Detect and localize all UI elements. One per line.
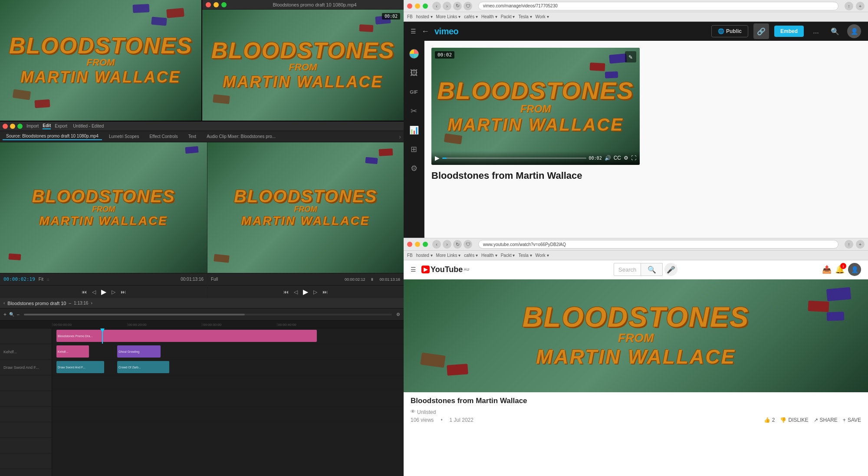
prog-back-btn[interactable]: ◁	[294, 289, 298, 295]
yt-max-btn[interactable]	[423, 242, 428, 247]
bookmark-cafes[interactable]: cafés ▾	[464, 14, 478, 19]
prev-frame-btn[interactable]: ⏮	[82, 289, 87, 295]
vimeo-url-bar[interactable]: vimeo.com/manage/videos/717705230	[478, 2, 838, 10]
yt-bookmark-fb[interactable]: FB	[407, 253, 413, 258]
youtube-video-player[interactable]: BLOODSTONES FROM MARTIN WALLACE ▶ ⏭ 🔊 0:…	[404, 279, 868, 392]
vimeo-play-ctrl[interactable]: ▶	[435, 154, 440, 161]
vimeo-cc-btn[interactable]: CC	[614, 155, 621, 161]
vimeo-shield-btn[interactable]: 🛡	[464, 2, 472, 10]
yt-bookmark-more[interactable]: More Links ▾	[436, 253, 461, 258]
effect-controls-tab[interactable]: Effect Controls	[146, 133, 181, 140]
vimeo-hamburger[interactable]: ☰	[411, 28, 416, 35]
vimeo-max-btn[interactable]	[423, 3, 428, 9]
vimeo-settings-ctrl[interactable]: ⚙	[624, 155, 628, 161]
sidebar-grid-icon[interactable]: ⊞	[406, 141, 422, 157]
yt-notifications-btn[interactable]: 🔔 1	[835, 265, 845, 274]
expand-icon[interactable]: ›	[399, 133, 401, 140]
playhead[interactable]	[102, 328, 103, 344]
yt-bookmark-cafes[interactable]: cafés ▾	[464, 253, 478, 258]
vimeo-link-btn[interactable]: 🔗	[753, 23, 769, 39]
yt-shield-nav[interactable]: 🛡	[464, 240, 472, 249]
yt-share-btn[interactable]: ↗ SHARE	[814, 417, 838, 423]
tl-nav-right[interactable]: ›	[91, 301, 92, 305]
yt-close-btn[interactable]	[407, 242, 412, 247]
max-btn-2[interactable]	[17, 124, 23, 129]
sidebar-color-icon[interactable]	[406, 46, 422, 62]
clip-crowd[interactable]: Crowd Of Zarb...	[117, 361, 169, 373]
yt-bookmark-hosted[interactable]: hosted ▾	[416, 253, 433, 258]
vimeo-back-btn[interactable]: ‹	[432, 2, 441, 10]
prog-fwd-btn[interactable]: ▷	[313, 289, 317, 295]
tl-add-btn[interactable]: +	[3, 312, 7, 318]
yt-mic-btn[interactable]: 🎤	[664, 263, 677, 276]
close-btn-2[interactable]	[3, 124, 8, 129]
clip-kehdf[interactable]: Kehdf...	[56, 345, 89, 358]
vimeo-refresh-btn[interactable]: ↻	[453, 2, 462, 10]
vimeo-search-icon-btn[interactable]: 🔍	[828, 24, 842, 38]
play-btn[interactable]: ▶	[101, 288, 106, 296]
vimeo-vol-btn[interactable]: 🔊	[605, 155, 611, 161]
vimeo-public-btn[interactable]: 🌐 Public	[711, 25, 748, 37]
sidebar-scissors-icon[interactable]: ✂	[406, 103, 422, 119]
yt-url-bar[interactable]: www.youtube.com/watch?v=o66PyDB2lAQ	[478, 240, 838, 249]
sidebar-chart-icon[interactable]: 📊	[406, 122, 422, 138]
program-pause-icon[interactable]: ⏸	[370, 277, 374, 282]
sidebar-settings-icon[interactable]: ⚙	[406, 161, 422, 176]
play-backward-btn[interactable]: ◁	[92, 289, 96, 295]
yt-bookmark-tesla[interactable]: Tesla ▾	[518, 253, 532, 258]
yt-upload-btn[interactable]: 📤	[822, 265, 832, 274]
bookmark-hosted[interactable]: hosted ▾	[416, 14, 433, 19]
vimeo-embed-btn[interactable]: Embed	[774, 26, 804, 37]
next-frame-btn[interactable]: ⏭	[121, 289, 126, 295]
source-tab[interactable]: Source: Bloodstones promo draft 10 1080p…	[3, 133, 102, 140]
vimeo-min-btn[interactable]	[415, 3, 420, 9]
prog-prev-btn[interactable]: ⏮	[283, 289, 289, 295]
vimeo-back-arrow[interactable]: ←	[421, 27, 429, 36]
play-forward-btn[interactable]: ▷	[112, 289, 115, 295]
vimeo-edit-icon[interactable]: ✎	[625, 51, 636, 62]
maximize-button[interactable]	[221, 2, 227, 7]
minimize-button[interactable]	[214, 2, 219, 7]
text-tab[interactable]: Text	[185, 133, 200, 140]
export-btn[interactable]: Export	[55, 124, 67, 128]
clip-draw-sword[interactable]: Draw Sword And F...	[56, 361, 104, 373]
vimeo-fullscreen-btn[interactable]: ⛶	[631, 155, 636, 161]
vimeo-avatar[interactable]: 👤	[847, 24, 861, 38]
lumetri-tab[interactable]: Lumetri Scopes	[105, 133, 142, 140]
close-button[interactable]	[206, 2, 211, 7]
tl-zoom-in[interactable]: 🔍	[9, 312, 14, 317]
yt-search-button[interactable]: 🔍	[641, 263, 663, 276]
vimeo-video-player[interactable]: BLOODSTONES FROM MARTIN WALLACE ▶ 00:0	[431, 48, 640, 165]
bookmark-more-links[interactable]: More Links ▾	[436, 14, 461, 19]
clip-bloodstones-promo[interactable]: Bloodstones Promo Dra...	[56, 330, 317, 342]
tl-zoom-out[interactable]: –	[17, 312, 20, 317]
tl-nav-left[interactable]: ‹	[3, 301, 5, 305]
prog-play-btn[interactable]: ▶	[303, 288, 308, 296]
bookmark-health[interactable]: Health ▾	[481, 14, 497, 19]
bookmark-tesla[interactable]: Tesla ▾	[518, 14, 532, 19]
min-btn-2[interactable]	[10, 124, 15, 129]
yt-share-nav[interactable]: ↑	[845, 240, 853, 249]
yt-fwd-nav[interactable]: ›	[443, 240, 451, 249]
audio-clip-mixer-tab[interactable]: Audio Clip Mixer: Bloodstones pro...	[203, 133, 279, 140]
yt-refresh-nav[interactable]: ↻	[453, 240, 462, 249]
tl-zoom-bar[interactable]	[24, 314, 392, 315]
bookmark-fb[interactable]: FB	[407, 14, 413, 19]
vimeo-progress-bar[interactable]	[442, 158, 586, 159]
sidebar-image-icon[interactable]: 🖼	[406, 65, 422, 81]
vimeo-more-btn[interactable]: ...	[809, 24, 823, 38]
yt-min-btn[interactable]	[415, 242, 420, 247]
vimeo-forward-btn[interactable]: ›	[443, 2, 451, 10]
vimeo-close-btn[interactable]	[407, 3, 412, 9]
bookmark-work[interactable]: Work ▾	[536, 14, 549, 19]
yt-bookmark-health[interactable]: Health ▾	[481, 253, 497, 258]
clip-ghoul[interactable]: Ghoul Growling	[117, 345, 161, 358]
edit-btn[interactable]: Edit	[43, 123, 51, 129]
yt-search-input[interactable]: Search	[614, 263, 641, 276]
yt-bookmark-packt[interactable]: Packt ▾	[501, 253, 515, 258]
yt-like-btn[interactable]: 👍 2	[764, 417, 775, 423]
sidebar-gif-icon[interactable]: GIF	[406, 84, 422, 100]
vimeo-add-tab-btn[interactable]: +	[856, 2, 865, 10]
vimeo-share-btn[interactable]: ↑	[845, 2, 853, 10]
yt-back-nav[interactable]: ‹	[432, 240, 441, 249]
